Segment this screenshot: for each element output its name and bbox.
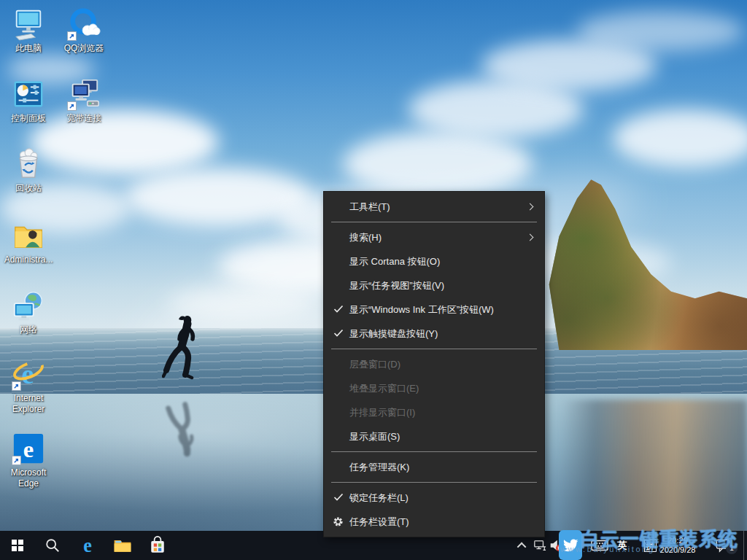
tray-clock[interactable]: 20:29 2020/9/28 [655, 531, 700, 560]
shortcut-arrow-icon [67, 101, 77, 111]
menu-item-show-windows-side-by-side: 并排显示窗口(I) [324, 400, 544, 424]
menu-item-label: 层叠窗口(D) [349, 358, 400, 371]
control-panel-icon [12, 77, 45, 111]
show-desktop-button[interactable] [743, 531, 747, 560]
checkmark-icon [333, 303, 344, 315]
desktop-icon-label: QQ浏览器 [64, 43, 104, 54]
desktop-icon-network[interactable]: 网络 [1, 289, 55, 335]
desktop-icon-internet-explorer[interactable]: e Internet Explorer [1, 357, 55, 415]
menu-item-label: 显示“Windows Ink 工作区”按钮(W) [349, 303, 494, 316]
checkmark-icon [333, 327, 344, 339]
clock-date: 2020/9/28 [660, 545, 696, 555]
desktop-icon-microsoft-edge[interactable]: e Microsoft Edge [1, 432, 55, 489]
desktop-icon-qq-browser[interactable]: QQ浏览器 [57, 7, 111, 54]
menu-item-label: 并排显示窗口(I) [349, 406, 415, 419]
menu-separator [331, 482, 537, 483]
desktop-icon-this-pc[interactable]: 此电脑 [1, 7, 55, 54]
runner-silhouette [162, 314, 206, 389]
file-explorer-button[interactable] [105, 531, 140, 560]
volume-muted-icon [549, 538, 563, 553]
menu-item-label: 堆叠显示窗口(E) [349, 382, 419, 395]
menu-item-label: 任务栏设置(T) [349, 516, 409, 529]
gear-icon [333, 516, 344, 527]
svg-text:e: e [83, 535, 92, 556]
microsoft-store-button[interactable] [140, 531, 175, 560]
menu-item-label: 搜索(H) [349, 231, 382, 244]
menu-item-label: 锁定任务栏(L) [349, 491, 409, 505]
touch-keyboard-icon [591, 539, 608, 552]
submenu-arrow-icon [527, 203, 534, 211]
tray-ime-language-button[interactable]: 英 [614, 531, 630, 560]
network-status-icon [533, 539, 546, 552]
ime-language-indicator: 英 [618, 539, 627, 552]
taskbar-buttons: e [0, 531, 175, 560]
svg-text:e: e [22, 359, 34, 389]
desktop-icon-label: 回收站 [15, 183, 42, 194]
windows-logo-icon [12, 540, 23, 551]
desktop-icon-label: 控制面板 [11, 113, 46, 124]
runner-reflection [162, 392, 206, 459]
tray-volume-button[interactable] [547, 531, 565, 560]
file-explorer-icon [112, 535, 133, 556]
checkmark-icon [333, 491, 344, 503]
qq-browser-icon [67, 7, 101, 41]
chevron-up-icon [516, 542, 526, 551]
desktop-icon-label: Administra... [4, 254, 53, 265]
shortcut-arrow-icon [67, 31, 77, 41]
ime-pinyin-indicator: 拼 [644, 540, 657, 552]
microsoft-edge-icon: e [12, 432, 45, 465]
microsoft-store-icon [147, 535, 168, 556]
search-icon [44, 537, 61, 553]
recycle-bin-icon [12, 147, 45, 181]
menu-separator [331, 222, 537, 222]
search-button[interactable] [35, 531, 70, 560]
desktop-icon-label: 宽带连接 [66, 113, 101, 124]
broadband-connection-icon [67, 77, 101, 111]
taskbar-context-menu: 工具栏(T) 搜索(H) 显示 Cortana 按钮(O) 显示“任务视图”按钮… [323, 191, 545, 537]
network-icon [12, 289, 45, 322]
edge-taskbar-button[interactable]: e [70, 531, 105, 560]
desktop-icon-administrator[interactable]: Administra... [1, 219, 55, 265]
menu-item-taskbar-settings[interactable]: 任务栏设置(T) [324, 510, 544, 534]
menu-separator [331, 451, 537, 452]
desktop-icon-recycle-bin[interactable]: 回收站 [1, 147, 55, 194]
desktop-icon-label: 网络 [20, 324, 37, 335]
cloud [613, 109, 747, 168]
clock-time: 20:29 [667, 536, 688, 545]
tray-touch-keyboard-button[interactable] [589, 531, 610, 560]
submenu-arrow-icon [527, 234, 534, 241]
menu-item-label: 显示桌面(S) [349, 430, 400, 443]
notification-count-badge: 1 [726, 542, 738, 554]
menu-item-show-windows-stacked: 堆叠显示窗口(E) [324, 376, 544, 400]
menu-item-show-desktop[interactable]: 显示桌面(S) [324, 424, 544, 448]
menu-item-show-windows-ink-workspace-button[interactable]: 显示“Windows Ink 工作区”按钮(W) [324, 298, 544, 322]
edge-icon: e [77, 534, 98, 556]
menu-item-show-cortana-button[interactable]: 显示 Cortana 按钮(O) [324, 249, 544, 273]
internet-explorer-icon: e [12, 357, 45, 391]
shortcut-arrow-icon [12, 456, 21, 465]
menu-item-show-touch-keyboard-button[interactable]: 显示触摸键盘按钮(Y) [324, 322, 544, 346]
cloud [576, 11, 744, 51]
desktop-icon-label: Internet Explorer [1, 393, 55, 415]
start-button[interactable] [0, 531, 35, 560]
menu-item-label: 工具栏(T) [349, 201, 390, 214]
menu-item-search[interactable]: 搜索(H) [324, 225, 544, 249]
menu-item-show-task-view-button[interactable]: 显示“任务视图”按钮(V) [324, 273, 544, 298]
this-pc-icon [12, 7, 45, 41]
menu-item-label: 显示 Cortana 按钮(O) [349, 255, 440, 268]
menu-item-label: 显示“任务视图”按钮(V) [349, 279, 444, 292]
menu-item-task-manager[interactable]: 任务管理器(K) [324, 455, 544, 479]
menu-separator [331, 349, 537, 349]
menu-item-label: 任务管理器(K) [349, 461, 409, 474]
desktop-icon-label: Microsoft Edge [1, 467, 55, 489]
svg-text:e: e [23, 436, 34, 462]
menu-item-cascade-windows: 层叠窗口(D) [324, 352, 544, 376]
desktop-icon-control-panel[interactable]: 控制面板 [1, 77, 55, 124]
desktop-icon-broadband[interactable]: 宽带连接 [57, 77, 111, 124]
shortcut-arrow-icon [12, 381, 21, 391]
menu-item-toolbars[interactable]: 工具栏(T) [324, 195, 544, 219]
desktop: 此电脑 QQ浏览器 [0, 0, 747, 560]
menu-item-lock-taskbar[interactable]: 锁定任务栏(L) [324, 486, 544, 510]
menu-item-label: 显示触摸键盘按钮(Y) [349, 327, 438, 341]
user-folder-icon [12, 219, 45, 252]
